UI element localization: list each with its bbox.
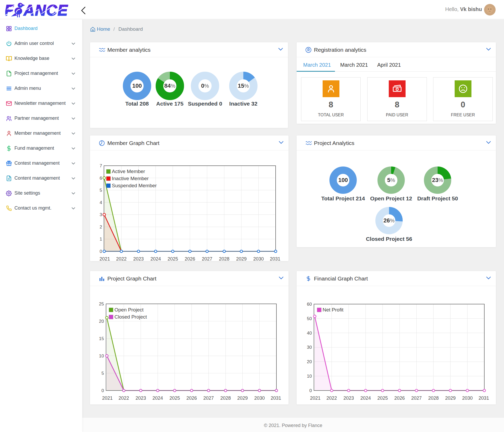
svg-text:2028: 2028 xyxy=(219,256,229,261)
svg-text:2029: 2029 xyxy=(237,395,248,401)
svg-text:2027: 2027 xyxy=(203,395,214,401)
svg-text:25: 25 xyxy=(99,301,104,306)
svg-text:2028: 2028 xyxy=(220,395,231,401)
svg-text:2021: 2021 xyxy=(99,256,110,261)
svg-text:2: 2 xyxy=(100,225,102,230)
svg-text:6: 6 xyxy=(100,176,102,181)
svg-text:2026: 2026 xyxy=(185,256,195,261)
svg-text:2031: 2031 xyxy=(479,395,489,401)
svg-text:2030: 2030 xyxy=(462,395,472,401)
svg-text:2026: 2026 xyxy=(394,395,405,401)
svg-text:Inactive Member: Inactive Member xyxy=(112,176,149,181)
svg-text:2022: 2022 xyxy=(116,256,127,261)
svg-text:2024: 2024 xyxy=(150,256,161,261)
svg-text:ANCE: ANCE xyxy=(23,2,68,18)
svg-text:2023: 2023 xyxy=(343,395,354,401)
svg-text:2021: 2021 xyxy=(310,395,321,401)
svg-text:2031: 2031 xyxy=(271,395,281,401)
svg-text:20: 20 xyxy=(307,359,312,364)
svg-text:2027: 2027 xyxy=(202,256,212,261)
svg-text:2028: 2028 xyxy=(428,395,439,401)
svg-text:50: 50 xyxy=(307,316,312,321)
svg-text:2023: 2023 xyxy=(133,256,144,261)
svg-text:Net Profit: Net Profit xyxy=(323,307,344,313)
svg-text:5: 5 xyxy=(100,188,102,193)
svg-text:Suspended Member: Suspended Member xyxy=(112,183,157,188)
svg-text:0: 0 xyxy=(102,388,104,393)
svg-text:Closed Project: Closed Project xyxy=(114,314,147,320)
svg-text:4: 4 xyxy=(100,200,102,205)
svg-text:2021: 2021 xyxy=(102,395,113,401)
svg-text:2031: 2031 xyxy=(270,256,280,261)
svg-text:2027: 2027 xyxy=(411,395,422,401)
svg-text:2022: 2022 xyxy=(327,395,337,401)
svg-text:5: 5 xyxy=(102,371,104,376)
svg-text:3: 3 xyxy=(100,212,102,217)
svg-text:Open Project: Open Project xyxy=(114,307,144,313)
svg-text:2029: 2029 xyxy=(445,395,456,401)
svg-text:10: 10 xyxy=(99,353,104,358)
svg-text:2024: 2024 xyxy=(153,395,163,401)
svg-text:0: 0 xyxy=(309,388,312,393)
svg-text:30: 30 xyxy=(307,345,312,350)
svg-text:2024: 2024 xyxy=(360,395,371,401)
svg-text:2026: 2026 xyxy=(186,395,197,401)
svg-text:20: 20 xyxy=(99,319,104,324)
svg-text:15: 15 xyxy=(99,336,104,341)
svg-text:40: 40 xyxy=(307,331,312,336)
svg-text:2029: 2029 xyxy=(236,256,246,261)
svg-text:2025: 2025 xyxy=(169,395,180,401)
svg-text:60: 60 xyxy=(307,302,312,307)
svg-text:2025: 2025 xyxy=(377,395,388,401)
svg-text:7: 7 xyxy=(100,163,102,168)
svg-text:2023: 2023 xyxy=(135,395,146,401)
svg-text:10: 10 xyxy=(307,374,312,379)
svg-text:Active Member: Active Member xyxy=(112,169,145,174)
svg-text:0: 0 xyxy=(100,249,102,254)
svg-text:1: 1 xyxy=(100,237,102,242)
svg-text:2030: 2030 xyxy=(253,256,264,261)
svg-text:2030: 2030 xyxy=(254,395,265,401)
svg-text:2025: 2025 xyxy=(167,256,178,261)
svg-text:2022: 2022 xyxy=(119,395,129,401)
